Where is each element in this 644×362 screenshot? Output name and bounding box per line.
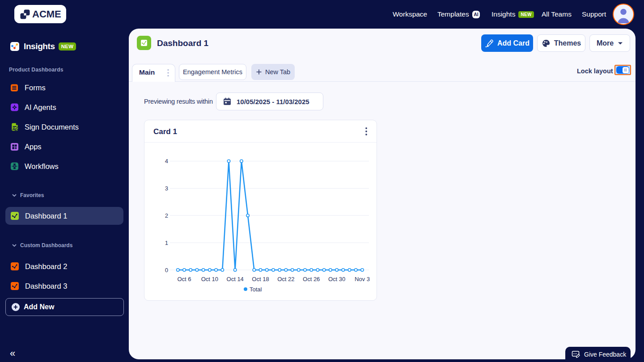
svg-text:4: 4: [165, 158, 168, 164]
svg-text:Oct 14: Oct 14: [227, 276, 244, 282]
svg-text:3: 3: [165, 185, 168, 192]
svg-text:0: 0: [165, 267, 168, 274]
svg-text:Oct 6: Oct 6: [177, 276, 191, 282]
svg-text:2: 2: [165, 212, 168, 219]
svg-text:Oct 22: Oct 22: [277, 276, 294, 282]
svg-text:Oct 10: Oct 10: [201, 276, 218, 282]
svg-text:Oct 26: Oct 26: [303, 276, 320, 282]
svg-text:Oct 18: Oct 18: [252, 276, 269, 282]
svg-text:Nov 3: Nov 3: [355, 276, 370, 282]
svg-text:Oct 30: Oct 30: [328, 276, 345, 282]
svg-text:1: 1: [165, 240, 168, 246]
svg-text:Total: Total: [250, 286, 262, 293]
